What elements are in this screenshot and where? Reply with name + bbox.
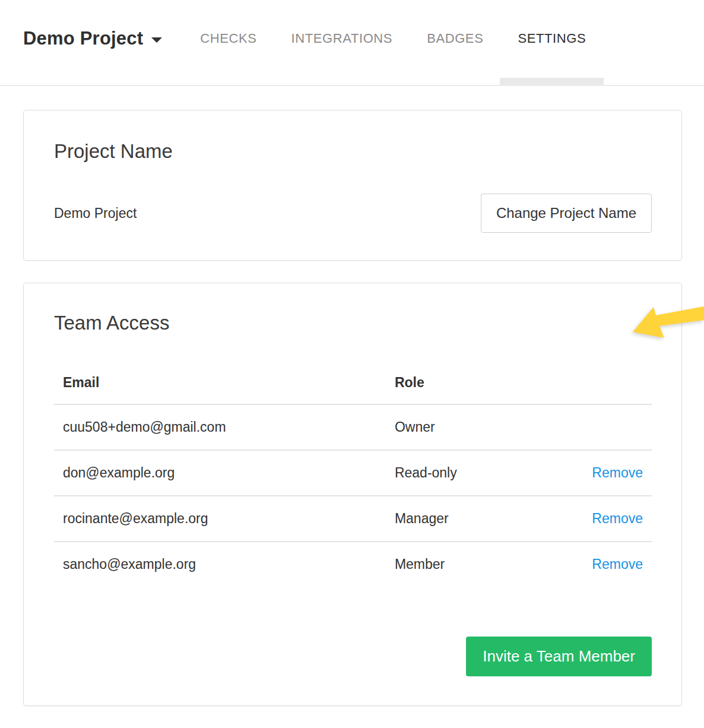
tab-checks[interactable]: CHECKS <box>200 31 256 46</box>
member-action-cell: Remove <box>571 542 652 587</box>
project-name-card: Project Name Demo Project Change Project… <box>23 110 682 261</box>
email-column-header: Email <box>54 363 386 404</box>
member-action-cell: Remove <box>571 450 652 496</box>
active-tab-indicator <box>500 78 604 85</box>
team-members-table: Email Role cuu508+demo@gmail.comOwnerdon… <box>54 363 652 587</box>
project-switcher-dropdown[interactable]: Demo Project <box>23 28 162 49</box>
member-email: cuu508+demo@gmail.com <box>54 404 386 450</box>
project-tabs: CHECKSINTEGRATIONSBADGESSETTINGS <box>200 31 586 46</box>
team-access-card-title: Team Access <box>54 312 652 334</box>
remove-member-link[interactable]: Remove <box>592 511 643 526</box>
team-member-row: cuu508+demo@gmail.comOwner <box>54 404 652 450</box>
team-access-card: Team Access Email Role cuu508+demo@gmail… <box>23 283 682 706</box>
tab-settings[interactable]: SETTINGS <box>518 31 586 46</box>
member-role: Manager <box>386 496 571 542</box>
change-project-name-button[interactable]: Change Project Name <box>481 194 652 233</box>
member-role: Owner <box>386 404 571 450</box>
team-member-row: rocinante@example.orgManagerRemove <box>54 496 652 542</box>
member-email: sancho@example.org <box>54 542 386 587</box>
member-email: rocinante@example.org <box>54 496 386 542</box>
action-column-header <box>571 363 652 404</box>
project-name-card-title: Project Name <box>54 140 652 163</box>
member-role: Read-only <box>386 450 571 496</box>
member-action-cell <box>571 404 652 450</box>
top-nav: Demo Project CHECKSINTEGRATIONSBADGESSET… <box>0 0 704 86</box>
settings-page: Project Name Demo Project Change Project… <box>0 86 704 706</box>
member-email: don@example.org <box>54 450 386 496</box>
remove-member-link[interactable]: Remove <box>592 556 643 572</box>
role-column-header: Role <box>386 363 571 404</box>
team-member-row: don@example.orgRead-onlyRemove <box>54 450 652 496</box>
current-project-name: Demo Project <box>54 205 137 221</box>
project-title: Demo Project <box>23 28 143 49</box>
team-member-row: sancho@example.orgMemberRemove <box>54 542 652 587</box>
chevron-down-icon <box>151 37 162 43</box>
invite-team-member-button[interactable]: Invite a Team Member <box>466 637 652 676</box>
member-role: Member <box>386 542 571 587</box>
tab-badges[interactable]: BADGES <box>427 31 483 46</box>
remove-member-link[interactable]: Remove <box>592 465 643 480</box>
member-action-cell: Remove <box>571 496 652 542</box>
tab-integrations[interactable]: INTEGRATIONS <box>291 31 393 46</box>
